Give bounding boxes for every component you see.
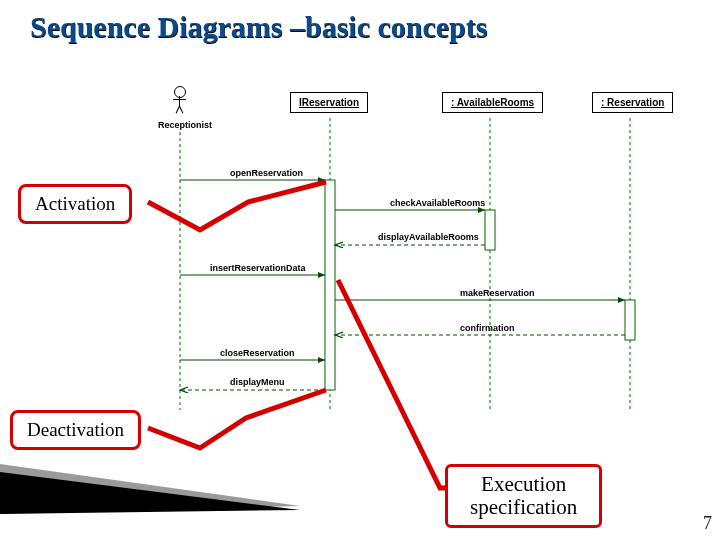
msg-close-reservation: closeReservation (220, 348, 295, 358)
svg-rect-5 (485, 210, 495, 250)
msg-make-reservation: makeReservation (460, 288, 535, 298)
msg-display-menu: displayMenu (230, 377, 285, 387)
svg-marker-16 (0, 472, 300, 514)
object-reservation: : Reservation (592, 92, 673, 113)
msg-display-rooms: displayAvailableRooms (378, 232, 479, 242)
callout-activation: Activation (18, 184, 132, 224)
msg-insert-data: insertReservationData (210, 263, 306, 273)
actor-label: Receptionist (158, 120, 202, 130)
actor-receptionist: Receptionist (158, 86, 202, 130)
object-availablerooms: : AvailableRooms (442, 92, 543, 113)
page-number: 7 (703, 513, 712, 534)
callout-exec-spec: Execution specification (445, 464, 602, 528)
svg-rect-6 (625, 300, 635, 340)
msg-confirmation: confirmation (460, 323, 515, 333)
slide-title: Sequence Diagrams –basic concepts (0, 0, 720, 49)
svg-rect-4 (325, 180, 335, 390)
decorative-wedge (0, 444, 300, 514)
diagram-svg (140, 80, 700, 420)
object-ireservation: IReservation (290, 92, 368, 113)
msg-check-rooms: checkAvailableRooms (390, 198, 485, 208)
stick-figure-icon (173, 86, 187, 114)
msg-open-reservation: openReservation (230, 168, 303, 178)
callout-deactivation: Deactivation (10, 410, 141, 450)
sequence-diagram: Receptionist IReservation : AvailableRoo… (140, 80, 700, 420)
